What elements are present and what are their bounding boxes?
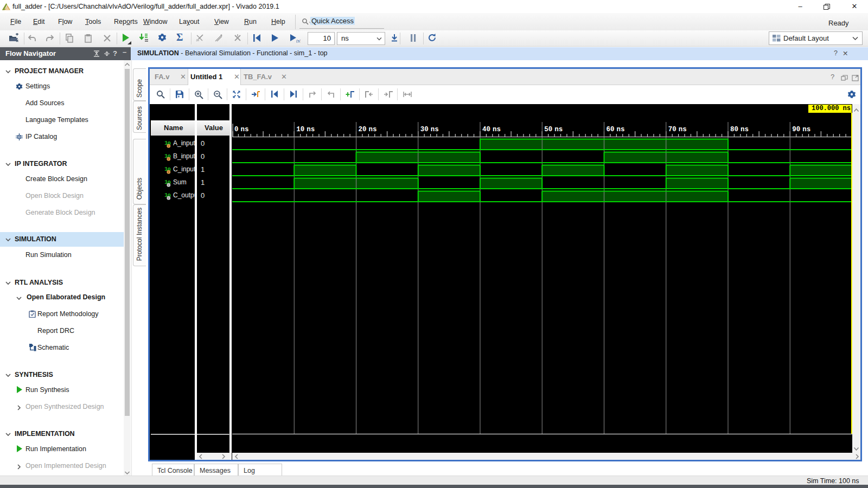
svg-text:30ns: 30ns — [420, 126, 439, 133]
svg-text:90ns: 90ns — [792, 126, 810, 133]
svg-text:80ns: 80ns — [730, 126, 749, 133]
svg-text:50ns: 50ns — [544, 126, 563, 133]
svg-text:(s): (s) — [296, 38, 301, 43]
svg-text:60ns: 60ns — [607, 126, 625, 133]
svg-text:10ns: 10ns — [296, 126, 315, 133]
svg-text:20ns: 20ns — [359, 126, 377, 133]
svg-text:40ns: 40ns — [482, 126, 501, 133]
svg-text:70ns: 70ns — [668, 126, 687, 133]
svg-text:0ns: 0ns — [234, 126, 249, 133]
